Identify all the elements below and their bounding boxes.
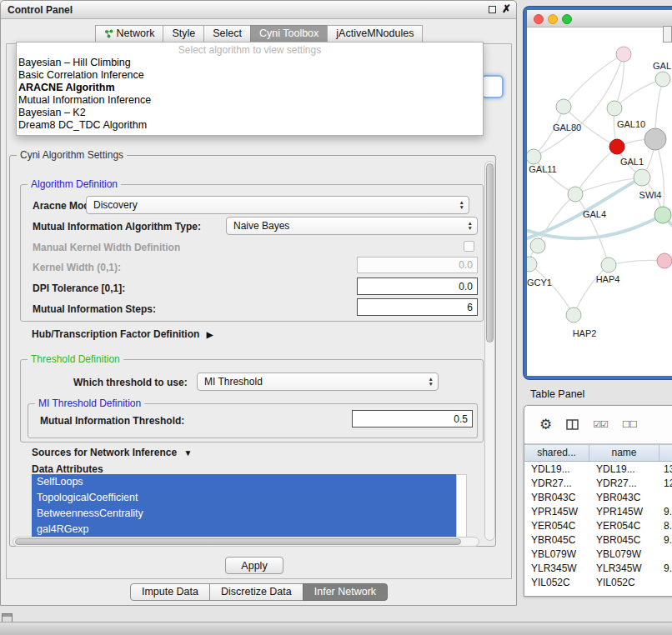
- dpi-tolerance-field[interactable]: [357, 278, 478, 295]
- table-row[interactable]: YLR345WYLR345W9.: [524, 562, 672, 576]
- network-node[interactable]: [655, 72, 670, 87]
- table-row[interactable]: YDR27...YDR27...12: [524, 477, 672, 491]
- network-edge: [609, 260, 664, 265]
- node-label: GAL80: [553, 122, 581, 132]
- network-edge: [575, 194, 609, 265]
- tab-cyni-toolbox[interactable]: Cyni Toolbox: [250, 25, 328, 42]
- network-node[interactable]: [616, 47, 631, 62]
- bottom-tab-impute-data[interactable]: Impute Data: [130, 583, 210, 601]
- node-label: GAL10: [617, 119, 645, 129]
- deselect-all-checkboxes-icon[interactable]: ☐☐: [622, 419, 637, 430]
- mi-steps-label: Mutual Information Steps:: [33, 303, 156, 315]
- algorithm-option-bayesian-k2[interactable]: Bayesian – K2: [17, 107, 483, 119]
- table-cell: YLR345W: [524, 562, 589, 576]
- algorithm-definition-title: Algorithm Definition: [28, 178, 121, 190]
- table-cell: YER054C: [589, 519, 659, 533]
- table-cell: [659, 491, 672, 505]
- column-view-icon[interactable]: [566, 419, 579, 430]
- algorithm-select-combo[interactable]: [481, 75, 504, 98]
- network-node[interactable]: [601, 258, 616, 272]
- close-traffic-light[interactable]: [534, 14, 544, 24]
- table-cell: YDL19...: [524, 462, 589, 477]
- table-cell: 8.: [659, 519, 672, 533]
- mi-steps-field[interactable]: [357, 298, 478, 316]
- mi-type-combo[interactable]: Naive Bayes: [226, 217, 478, 235]
- tab-style[interactable]: Style: [163, 25, 204, 42]
- column-header-shared[interactable]: shared...: [524, 445, 589, 461]
- close-icon[interactable]: ✗: [502, 2, 511, 15]
- network-edge: [529, 264, 574, 315]
- collapse-arrow-icon: ▼: [183, 448, 192, 458]
- network-node[interactable]: [654, 207, 671, 223]
- attribute-item-gal4rgexp[interactable]: gal4RGexp: [32, 522, 456, 538]
- network-node[interactable]: [568, 187, 583, 202]
- expand-arrow-icon: ▶: [207, 330, 213, 339]
- node-label: GAL11: [529, 164, 556, 174]
- attribute-item-topologicalcoefficient[interactable]: TopologicalCoefficient: [32, 490, 456, 506]
- algorithm-option-aracne-algorithm[interactable]: ARACNE Algorithm: [17, 82, 483, 94]
- zoom-traffic-light[interactable]: [562, 14, 572, 24]
- attribute-list-scrollbar[interactable]: [456, 474, 467, 538]
- which-threshold-combo[interactable]: MI Threshold: [197, 372, 439, 391]
- attribute-item-betweennesscentrality[interactable]: BetweennessCentrality: [32, 506, 456, 522]
- network-node[interactable]: [657, 253, 672, 268]
- algorithm-option-mutual-information-inference[interactable]: Mutual Information Inference: [17, 94, 483, 107]
- network-toolbar-stub[interactable]: [663, 26, 672, 42]
- network-canvas[interactable]: GALGAL80GAL10GAL11GAL1SWI4GAL4GCY1HAP4HA…: [527, 28, 672, 376]
- settings-vertical-scrollbar[interactable]: [484, 161, 495, 541]
- bottom-tab-discretize-data[interactable]: Discretize Data: [209, 583, 303, 601]
- algorithm-option-bayesian-hill-climbing[interactable]: Bayesian – Hill Climbing: [17, 57, 483, 69]
- sources-label: Sources for Network Inference: [32, 447, 177, 458]
- column-header-extra[interactable]: [659, 445, 672, 461]
- algorithm-dropdown-placeholder: Select algorithm to view settings: [17, 44, 483, 57]
- network-window-titlebar[interactable]: [527, 10, 672, 28]
- control-panel-titlebar[interactable]: Control Panel ✗: [1, 1, 516, 19]
- table-row[interactable]: YPR145WYPR145W9.: [524, 505, 672, 519]
- combo-stepper-icon: [429, 377, 434, 387]
- table-row[interactable]: YIL052CYIL052C: [524, 576, 672, 590]
- tab-label: jActiveMNodules: [336, 26, 414, 42]
- table-row[interactable]: YDL19...YDL19...13: [524, 462, 672, 477]
- apply-button[interactable]: Apply: [225, 557, 283, 574]
- algorithm-option-basic-correlation-inference[interactable]: Basic Correlation Inference: [17, 69, 483, 82]
- network-node[interactable]: [527, 149, 541, 164]
- network-node[interactable]: [556, 99, 571, 114]
- manual-kernel-checkbox[interactable]: [464, 241, 474, 252]
- hub-definition-toggle[interactable]: Hub/Transcription Factor Definition ▶: [32, 328, 213, 340]
- table-row[interactable]: YBL079WYBL079W: [524, 548, 672, 562]
- network-node[interactable]: [607, 101, 622, 116]
- scrollbar-thumb[interactable]: [486, 163, 494, 342]
- select-all-checkboxes-icon[interactable]: ☑☑: [593, 419, 608, 430]
- threshold-definition-title: Threshold Definition: [28, 353, 123, 365]
- network-node[interactable]: [530, 238, 545, 253]
- table-row[interactable]: YBR043CYBR043C: [524, 491, 672, 505]
- sources-toggle[interactable]: Sources for Network Inference ▼: [32, 447, 192, 458]
- node-label: SWI4: [639, 190, 662, 200]
- network-node[interactable]: [566, 308, 581, 322]
- settings-horizontal-scrollbar[interactable]: [13, 537, 479, 547]
- table-row[interactable]: YBR045CYBR045C9.: [524, 533, 672, 548]
- tab-jactivemnodules[interactable]: jActiveMNodules: [327, 25, 423, 42]
- column-header-name[interactable]: name: [589, 445, 659, 461]
- table-cell: YLR345W: [589, 562, 659, 576]
- network-node[interactable]: [609, 139, 624, 154]
- scrollbar-thumb[interactable]: [15, 538, 461, 545]
- table-cell: [659, 576, 672, 590]
- network-node[interactable]: [634, 169, 650, 186]
- bottom-tab-infer-network[interactable]: Infer Network: [303, 583, 388, 601]
- table-cell: YIL052C: [589, 576, 659, 590]
- table-panel-title: Table Panel: [530, 388, 584, 400]
- algorithm-option-dream8-dc-tdc-algorithm[interactable]: Dream8 DC_TDC Algorithm: [17, 119, 483, 132]
- network-node[interactable]: [644, 128, 666, 150]
- table-row[interactable]: YER054CYER054C8.: [524, 519, 672, 533]
- attribute-item-selfloops[interactable]: SelfLoops: [32, 474, 456, 490]
- mi-threshold-field[interactable]: [352, 410, 473, 428]
- minimize-traffic-light[interactable]: [548, 14, 558, 24]
- tab-select[interactable]: Select: [203, 25, 251, 42]
- aracne-mode-combo[interactable]: Discovery: [86, 196, 469, 214]
- table-cell: YBR045C: [524, 533, 589, 548]
- gear-icon[interactable]: ⚙: [539, 416, 552, 433]
- float-window-icon[interactable]: [489, 6, 496, 13]
- tab-network[interactable]: Network: [95, 25, 164, 42]
- kernel-width-field[interactable]: [357, 257, 478, 273]
